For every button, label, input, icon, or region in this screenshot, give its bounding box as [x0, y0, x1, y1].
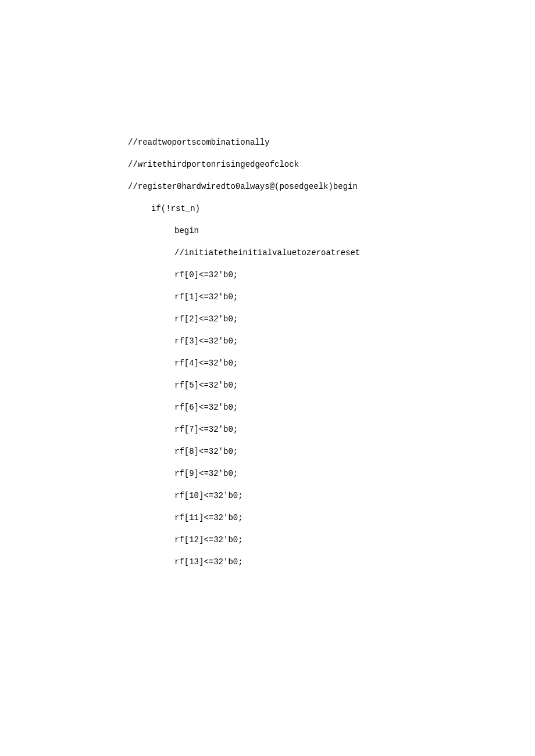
code-line: rf[4]<=32'b0;	[128, 359, 535, 367]
code-page: //readtwoportscombinationally //writethi…	[0, 0, 535, 756]
code-line: //initiatetheinitialvaluetozeroatreset	[128, 249, 535, 257]
code-line: rf[6]<=32'b0;	[128, 403, 535, 411]
code-line: rf[2]<=32'b0;	[128, 315, 535, 323]
code-line: rf[5]<=32'b0;	[128, 381, 535, 389]
code-line: rf[1]<=32'b0;	[128, 293, 535, 301]
code-line: //readtwoportscombinationally	[128, 138, 535, 146]
code-line: rf[11]<=32'b0;	[128, 514, 535, 522]
code-line: rf[8]<=32'b0;	[128, 447, 535, 456]
code-line: rf[10]<=32'b0;	[128, 492, 535, 500]
code-line: if(!rst_n)	[128, 205, 535, 213]
code-line: rf[0]<=32'b0;	[128, 271, 535, 279]
code-line: rf[7]<=32'b0;	[128, 425, 535, 433]
code-line: //register0hardwiredto0always@(posedgeel…	[128, 182, 535, 191]
code-line: rf[3]<=32'b0;	[128, 337, 535, 345]
code-line: rf[9]<=32'b0;	[128, 470, 535, 478]
code-line: rf[13]<=32'b0;	[128, 558, 535, 566]
code-line: //writethirdportonrisingedgeofclock	[128, 160, 535, 169]
code-line: begin	[128, 227, 535, 235]
code-line: rf[12]<=32'b0;	[128, 536, 535, 544]
